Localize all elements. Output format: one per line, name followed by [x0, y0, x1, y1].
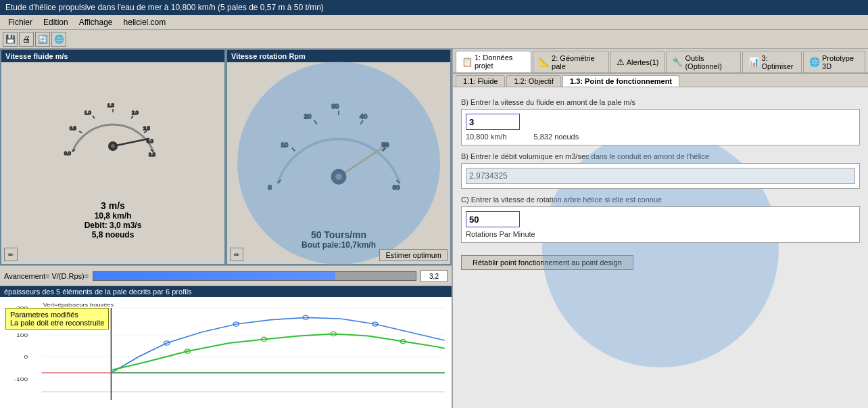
tab-geometrie-pale[interactable]: 📐 2: Géométrie pale [533, 51, 609, 72]
sub-tabs: 1.1: Fluide 1.2: Objectif 1.3: Point de … [453, 74, 868, 87]
svg-text:30: 30 [332, 101, 339, 109]
field-b1-subvalues: 10,800 km/h 5,832 noeuds [466, 133, 855, 141]
estimer-optimum-button[interactable]: Estimer optimum [379, 249, 448, 261]
field-b1-input-row [466, 114, 855, 130]
tab-prototype3d-label: Prototype 3D [822, 54, 859, 70]
tab-geometrie-label: 2: Géométrie pale [552, 54, 603, 70]
tab-prototype3d-icon: 🌐 [809, 57, 820, 67]
fluid-speedo-svg: 0.0 0.5 1.0 1.5 [59, 87, 167, 162]
fluid-main-value: 3 m/s [85, 200, 142, 211]
field-group-b1: B) Entrer la vitesse du fluide en amont … [461, 98, 860, 145]
menu-affichage[interactable]: Affichage [74, 16, 118, 28]
toolbar-tools[interactable]: 🔄 [35, 32, 50, 47]
left-panel: Vitesse fluide m/s 0.0 [0, 49, 453, 408]
right-panel: 📋 1: Données projet 📐 2: Géométrie pale … [453, 49, 868, 408]
tab-optimiser[interactable]: 📊 3: Optimiser [742, 51, 802, 72]
chart-area: épaisseurs des 5 éléments de la pale dec… [0, 286, 452, 408]
gauges-row: Vitesse fluide m/s 0.0 [0, 49, 452, 265]
field-b1-input[interactable] [466, 114, 520, 130]
rpm-speedometer: 0 10 20 30 [258, 77, 420, 206]
svg-line-28 [360, 120, 363, 124]
menu-edition[interactable]: Edition [38, 16, 74, 28]
tab-alertes[interactable]: ⚠ Alertes(1) [610, 51, 665, 72]
fluid-edit-button[interactable]: ✏ [4, 248, 18, 261]
toolbar-print[interactable]: 🖨 [19, 32, 34, 47]
chart-title: épaisseurs des 5 éléments de la pale dec… [0, 286, 452, 297]
toolbar-save[interactable]: 💾 [3, 32, 18, 47]
svg-text:1.0: 1.0 [85, 110, 91, 115]
top-tabs: 📋 1: Données projet 📐 2: Géométrie pale … [453, 49, 868, 74]
rpm-edit-button[interactable]: ✏ [230, 248, 243, 261]
restablir-button[interactable]: Rétablir point fonctionnement au point d… [461, 255, 633, 270]
svg-line-22 [292, 148, 295, 151]
svg-text:2.0: 2.0 [132, 110, 139, 115]
fluid-sub3: 5,8 noeuds [85, 230, 142, 240]
svg-point-19 [111, 144, 115, 148]
field-b2-input-row [466, 168, 855, 184]
chart-tooltip: Parametres modifiés La pale doit etre re… [5, 308, 109, 330]
rpm-gauge-title: Vitesse rotation Rpm [227, 50, 450, 62]
subtab-fluide[interactable]: 1.1: Fluide [456, 75, 505, 87]
tab-alertes-label: Alertes(1) [627, 58, 659, 66]
right-content: B) Entrer la vitesse du fluide en amont … [453, 87, 868, 408]
svg-text:0.0: 0.0 [64, 151, 71, 156]
svg-text:-100: -100 [14, 376, 28, 382]
field-c-box: Rotations Par Minute [461, 206, 860, 243]
rpm-speedo-svg: 0 10 20 30 [258, 77, 420, 206]
svg-line-34 [339, 148, 383, 177]
progress-bar-fill [93, 272, 335, 280]
svg-line-4 [93, 116, 95, 118]
field-b2-input[interactable] [466, 168, 855, 184]
field-c-subvalues: Rotations Par Minute [466, 230, 855, 238]
fluid-gauge-content: 0.0 0.5 1.0 1.5 [1, 62, 224, 264]
svg-text:Vert=épaisseurs trouvées: Vert=épaisseurs trouvées [43, 302, 114, 308]
main-area: Vitesse fluide m/s 0.0 [0, 49, 868, 408]
subtab-objectif[interactable]: 1.2: Objectif [506, 75, 561, 87]
fluid-gauge: Vitesse fluide m/s 0.0 [0, 49, 226, 265]
field-b1-noeuds: 5,832 noeuds [534, 133, 579, 141]
tab-donnees-projet[interactable]: 📋 1: Données projet [456, 51, 531, 72]
subtab-point-fonctionnement[interactable]: 1.3: Point de fonctionnement [562, 75, 679, 87]
field-b2-box [461, 163, 860, 189]
svg-text:3.5: 3.5 [149, 152, 155, 157]
svg-line-10 [144, 131, 147, 133]
avancement-label: Avancement= V/(D.Rps)= [4, 272, 89, 280]
tooltip-line2: La pale doit etre reconstruite [10, 319, 104, 327]
tab-outils-label: Outils (Optionnel) [685, 54, 735, 70]
svg-text:50: 50 [382, 140, 389, 148]
svg-text:60: 60 [393, 183, 400, 191]
svg-line-2 [79, 131, 82, 133]
progress-bar [93, 271, 416, 281]
menu-fichier[interactable]: Fichier [3, 16, 38, 28]
tab-geometrie-icon: 📐 [539, 57, 550, 67]
rpm-sub1: Bout pale:10,7km/h [302, 240, 376, 250]
progress-value: 3,2 [420, 270, 448, 282]
fluid-speedometer: 0.0 0.5 1.0 1.5 [59, 87, 167, 162]
title-bar: Etude d'hélice propulsive dans l'eau de … [0, 0, 868, 15]
field-b1-label: B) Entrer la vitesse du fluide en amont … [461, 98, 860, 106]
svg-line-8 [131, 116, 133, 118]
tooltip-line1: Parametres modifiés [10, 311, 104, 319]
toolbar-web[interactable]: 🌐 [51, 32, 66, 47]
tab-optimiser-icon: 📊 [748, 57, 759, 67]
svg-text:0: 0 [268, 183, 272, 191]
svg-text:20: 20 [304, 112, 312, 119]
tab-alertes-icon: ⚠ [617, 57, 625, 67]
rpm-gauge-content: 0 10 20 30 [227, 62, 450, 264]
chart-canvas: Parametres modifiés La pale doit etre re… [0, 297, 452, 405]
fluid-sub1: 10,8 km/h [85, 211, 142, 221]
svg-text:10: 10 [281, 140, 289, 148]
field-b1-kmh: 10,800 km/h [466, 133, 507, 141]
toolbar: 💾 🖨 🔄 🌐 [0, 30, 868, 49]
tab-prototype3d[interactable]: 🌐 Prototype 3D [803, 51, 865, 72]
svg-line-17 [113, 139, 149, 146]
tab-donnees-icon: 📋 [462, 57, 473, 67]
menu-heliciel[interactable]: heliciel.com [118, 16, 172, 28]
field-c-input[interactable] [466, 211, 520, 227]
tab-outils[interactable]: 🔧 Outils (Optionnel) [666, 51, 741, 72]
field-c-label: C) Entrer la vitesse de rotation arbre h… [461, 196, 860, 204]
fluid-sub2: Debit: 3,0 m3/s [85, 221, 142, 230]
field-c-input-row [466, 211, 855, 227]
tab-optimiser-label: 3: Optimiser [761, 54, 796, 70]
field-group-c: C) Entrer la vitesse de rotation arbre h… [461, 196, 860, 243]
